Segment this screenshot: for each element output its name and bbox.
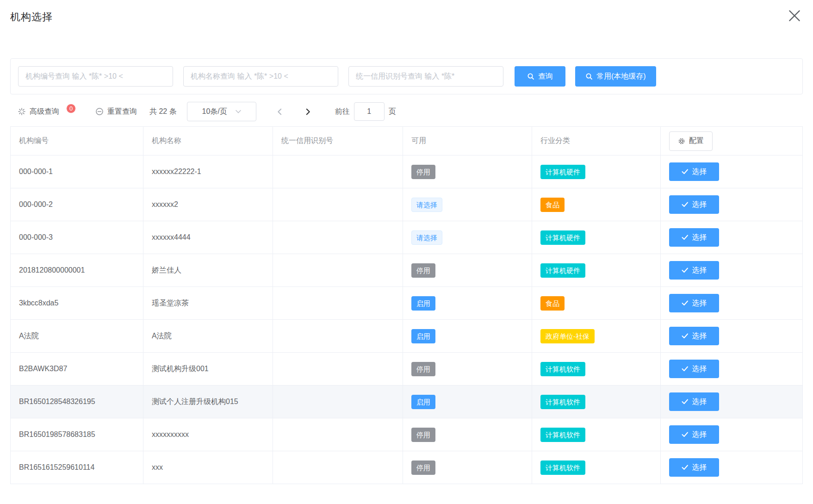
org-code-cell: BR1650198578683185 [19, 430, 95, 438]
status-badge: 启用 [411, 395, 435, 409]
dialog-header: 机构选择 [10, 0, 803, 26]
table-row: A法院 A法院 启用 政府单位-社保 选择 [11, 320, 803, 353]
select-button-label: 选择 [692, 431, 707, 438]
select-button-label: 选择 [692, 464, 707, 471]
chevron-right-icon [305, 108, 311, 116]
sparkle-icon [18, 107, 26, 116]
org-code-cell: 2018120800000001 [19, 266, 85, 274]
search-icon [527, 73, 534, 80]
status-badge: 启用 [411, 329, 435, 343]
check-icon [682, 465, 689, 470]
minus-circle-icon [95, 107, 104, 116]
org-code-cell: BR1650128548326195 [19, 398, 95, 405]
common-cache-button[interactable]: 常用(本地缓存) [575, 66, 656, 87]
check-icon [682, 202, 689, 207]
org-code-cell: B2BAWK3D87 [19, 365, 67, 373]
reset-query-button[interactable]: 重置查询 [95, 107, 137, 117]
industry-badge: 计算机硬件 [540, 263, 585, 278]
industry-badge: 食品 [540, 198, 565, 212]
query-button-label: 查询 [538, 73, 553, 80]
org-name-cell: xxxxxx22222-1 [152, 168, 201, 175]
org-name-cell: 测试机构升级001 [152, 365, 209, 373]
search-panel: 查询 常用(本地缓存) [10, 58, 803, 94]
org-name-cell: xxx [152, 463, 163, 471]
table-row: 000-000-3 xxxxxx4444 请选择 计算机硬件 选择 [11, 221, 803, 254]
status-badge: 停用 [411, 263, 435, 278]
org-name-cell: 测试个人注册升级机构015 [152, 398, 238, 405]
check-icon [682, 300, 689, 306]
select-button[interactable]: 选择 [669, 327, 719, 345]
select-button[interactable]: 选择 [669, 425, 719, 444]
query-button[interactable]: 查询 [515, 66, 565, 87]
select-button[interactable]: 选择 [669, 360, 719, 378]
select-button-label: 选择 [692, 332, 707, 340]
table-row: BR1650128548326195 测试个人注册升级机构015 启用 计算机软… [11, 386, 803, 418]
select-button-label: 选择 [692, 234, 707, 241]
column-header-available: 可用 [403, 127, 532, 156]
industry-badge: 计算机软件 [540, 428, 585, 442]
goto-page-input[interactable] [354, 102, 385, 121]
check-icon [682, 333, 689, 339]
org-name-search-input[interactable] [183, 66, 338, 87]
org-code-search-input[interactable] [18, 66, 173, 87]
industry-badge: 计算机硬件 [540, 230, 585, 245]
check-icon [682, 432, 689, 437]
table-row: BR1651615259610114 xxx 停用 计算机软件 选择 [11, 451, 803, 484]
column-header-industry: 行业分类 [532, 127, 661, 156]
column-header-credit-code: 统一信用识别号 [273, 127, 403, 156]
org-code-cell: 000-000-1 [19, 168, 53, 175]
industry-badge: 计算机软件 [540, 395, 585, 409]
config-button[interactable]: 配置 [669, 131, 713, 151]
select-button[interactable]: 选择 [669, 392, 719, 411]
org-code-cell: A法院 [19, 332, 39, 340]
status-badge: 停用 [411, 165, 435, 179]
table-row: 3kbcc8xda5 瑶圣堂凉茶 启用 食品 选择 [11, 287, 803, 320]
table-row: 000-000-1 xxxxxx22222-1 停用 计算机硬件 选择 [11, 156, 803, 188]
table-row: 000-000-2 xxxxxx2 请选择 食品 选择 [11, 188, 803, 221]
select-button[interactable]: 选择 [669, 294, 719, 312]
table-header: 机构编号 机构名称 统一信用识别号 可用 行业分类 配置 [11, 127, 803, 156]
column-header-org-name: 机构名称 [143, 127, 273, 156]
org-code-cell: 000-000-2 [19, 200, 53, 208]
organization-select-dialog: 机构选择 查询 常用(本地缓存) [0, 0, 813, 484]
industry-badge: 食品 [540, 296, 565, 311]
select-button[interactable]: 选择 [669, 195, 719, 214]
toolbar: 高级查询 0 重置查询 共 22 条 10条/页 [10, 100, 803, 123]
common-cache-button-label: 常用(本地缓存) [596, 73, 646, 80]
select-button[interactable]: 选择 [669, 261, 719, 280]
gear-icon [678, 137, 685, 145]
select-button[interactable]: 选择 [669, 228, 719, 247]
status-badge: 停用 [411, 428, 435, 442]
select-button-label: 选择 [692, 201, 707, 208]
advanced-query-button[interactable]: 高级查询 0 [18, 107, 76, 117]
select-button-label: 选择 [692, 168, 707, 175]
select-button-label: 选择 [692, 398, 707, 405]
table-row: BR1650198578683185 xxxxxxxxxx 停用 计算机软件 选… [11, 418, 803, 451]
total-count-text: 共 22 条 [149, 107, 177, 117]
goto-suffix: 页 [389, 107, 396, 117]
reset-query-label: 重置查询 [107, 107, 137, 117]
page-title: 机构选择 [10, 10, 53, 24]
status-badge: 请选择 [411, 198, 442, 212]
status-badge: 停用 [411, 362, 435, 376]
advanced-query-count-badge: 0 [66, 104, 76, 113]
chevron-left-icon [277, 108, 283, 116]
close-button[interactable] [784, 6, 805, 26]
prev-page-button[interactable] [274, 107, 285, 117]
page-size-select[interactable]: 10条/页 [187, 102, 256, 121]
status-badge: 启用 [411, 296, 435, 311]
select-button[interactable]: 选择 [669, 458, 719, 477]
check-icon [682, 366, 689, 372]
organization-table: 机构编号 机构名称 统一信用识别号 可用 行业分类 配置 000-000 [10, 126, 803, 484]
status-badge: 请选择 [411, 230, 442, 245]
industry-badge: 计算机硬件 [540, 165, 585, 179]
check-icon [682, 399, 689, 404]
check-icon [682, 268, 689, 273]
goto-label: 前往 [335, 107, 350, 117]
next-page-button[interactable] [302, 107, 314, 117]
org-name-cell: 娇兰佳人 [152, 266, 181, 274]
search-icon [585, 73, 593, 80]
table-row: 2018120800000001 娇兰佳人 停用 计算机硬件 选择 [11, 254, 803, 287]
select-button[interactable]: 选择 [669, 162, 719, 181]
credit-code-search-input[interactable] [348, 66, 503, 87]
